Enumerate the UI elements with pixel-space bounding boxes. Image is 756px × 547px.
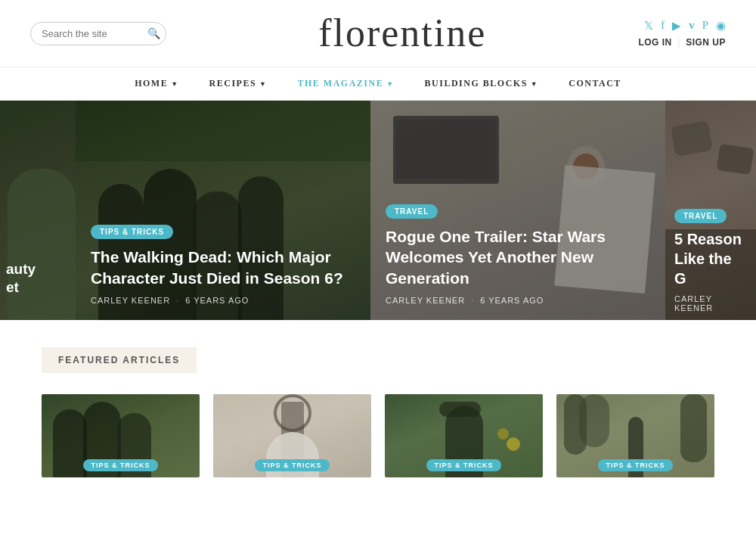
facebook-icon[interactable]: f [661,19,665,33]
vimeo-icon[interactable]: v [689,19,695,33]
search-box[interactable]: 🔍 [30,22,166,45]
slide-rogue-one[interactable]: TRAVEL Rogue One Trailer: Star Wars Welc… [370,101,665,320]
slide-walking-dead-content: TIPS & TRICKS The Walking Dead: Which Ma… [76,209,370,320]
slide-partial-content: autyet [6,260,70,297]
nav-recipes[interactable]: RECIPES ▼ [209,78,268,89]
featured-section: FEATURED ARTICLES TIPS & TRICKS TIPS & T… [0,320,756,500]
articles-grid: TIPS & TRICKS TIPS & TRICKS TIPS & TRICK… [42,394,714,477]
header: 🔍 florentine 𝕏 f ▶ v P ◉ LOG IN | SIGN U… [0,0,756,67]
slide-right-meta: Carley Keener [674,294,747,312]
nav-home[interactable]: HOME ▼ [135,78,178,89]
slide-walking-dead[interactable]: TIPS & TRICKS The Walking Dead: Which Ma… [76,101,370,320]
login-link[interactable]: LOG IN [638,37,671,48]
slide-rogue-one-content: TRAVEL Rogue One Trailer: Star Wars Welc… [370,188,665,320]
nav-magazine[interactable]: THE MAGAZINE ▼ [298,78,395,89]
main-nav: HOME ▼ RECIPES ▼ THE MAGAZINE ▼ BUILDING… [0,67,756,101]
youtube-icon[interactable]: ▶ [672,19,681,33]
search-icon: 🔍 [147,27,160,40]
slide-partial-left[interactable]: autyet [0,101,76,320]
auth-divider: | [678,37,680,48]
slide-right-title: 5 ReasonLike the G [674,229,747,288]
featured-header: FEATURED ARTICLES [42,347,197,373]
nav-building-blocks[interactable]: BUILDING BLOCKS ▼ [425,78,539,89]
header-right: 𝕏 f ▶ v P ◉ LOG IN | SIGN UP [638,19,726,48]
slide-rogue-meta: Carley Keener · 6 YEARS AGO [386,296,650,305]
chevron-down-icon: ▼ [531,80,538,88]
slide-badge-tips: TIPS & TRICKS [91,225,173,239]
twitter-icon[interactable]: 𝕏 [644,19,653,33]
slide-rogue-author: Carley Keener [386,296,465,305]
chevron-down-icon: ▼ [259,80,267,88]
auth-links: LOG IN | SIGN UP [638,37,726,48]
slide-time: 6 YEARS AGO [185,296,249,305]
article-badge-2: TIPS & TRICKS [255,459,329,471]
pinterest-icon[interactable]: P [702,19,708,33]
instagram-icon[interactable]: ◉ [716,19,726,33]
slide-walking-dead-meta: Carley Keener · 6 YEARS AGO [91,296,355,305]
slide-walking-dead-title: The Walking Dead: Which Major Character … [91,247,355,288]
chevron-down-icon: ▼ [171,80,178,88]
slide-right-author: Carley Keener [674,294,713,312]
social-icons: 𝕏 f ▶ v P ◉ [644,19,726,33]
slide-badge-travel: TRAVEL [386,204,438,219]
article-card-1[interactable]: TIPS & TRICKS [42,394,200,477]
article-card-3[interactable]: TIPS & TRICKS [385,394,543,477]
slide-rogue-title: Rogue One Trailer: Star Wars Welcomes Ye… [386,226,650,288]
article-card-2[interactable]: TIPS & TRICKS [213,394,371,477]
logo[interactable]: florentine [318,14,486,53]
chevron-down-icon: ▼ [386,80,394,88]
slide-partial-title: autyet [6,260,70,297]
nav-contact[interactable]: CONTACT [569,78,621,89]
article-badge-4: TIPS & TRICKS [598,459,672,471]
article-card-4[interactable]: TIPS & TRICKS [556,394,714,477]
featured-title: FEATURED ARTICLES [58,355,180,365]
article-badge-1: TIPS & TRICKS [83,459,157,471]
slide-rogue-time: 6 YEARS AGO [480,296,544,305]
slide-right-partial[interactable]: TRAVEL 5 ReasonLike the G Carley Keener [665,101,756,320]
slide-right-content: TRAVEL 5 ReasonLike the G Carley Keener [665,200,756,320]
signup-link[interactable]: SIGN UP [686,37,726,48]
slide-author: Carley Keener [91,296,170,305]
hero-slider: autyet TIPS & TRICKS The Walking Dead: W… [0,101,756,320]
slide-badge-travel-right: TRAVEL [674,209,727,223]
search-input[interactable] [42,28,147,39]
article-badge-3: TIPS & TRICKS [426,459,500,471]
